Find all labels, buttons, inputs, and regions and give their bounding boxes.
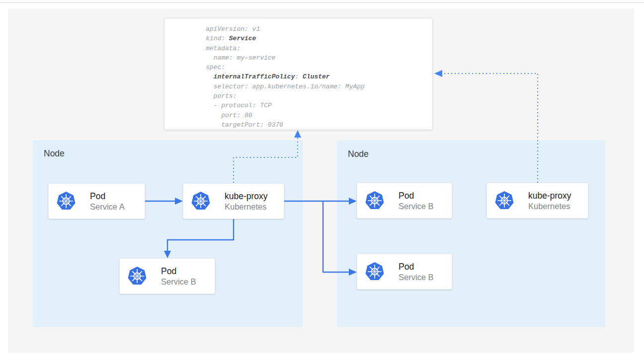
card-kube-proxy-right: kube-proxy Kubernetes bbox=[486, 183, 588, 218]
card-title: Pod bbox=[161, 266, 196, 277]
node-left: Node bbox=[33, 140, 303, 327]
card-subtitle: Service B bbox=[399, 201, 434, 212]
card-pod-service-a: Pod Service A bbox=[48, 183, 145, 219]
card-subtitle: Service A bbox=[90, 202, 125, 212]
card-title: kube-proxy bbox=[225, 191, 268, 202]
top-divider bbox=[0, 2, 644, 3]
node-right-label: Node bbox=[348, 149, 369, 159]
card-title: Pod bbox=[90, 191, 125, 202]
kubernetes-icon bbox=[494, 191, 514, 211]
card-title: Pod bbox=[399, 190, 434, 201]
node-right: Node bbox=[337, 141, 605, 327]
node-left-label: Node bbox=[44, 148, 65, 159]
card-title: Pod bbox=[399, 261, 434, 272]
card-pod-service-b-bottom-right: Pod Service B bbox=[357, 254, 452, 290]
card-kube-proxy-left: kube-proxy Kubernetes bbox=[183, 183, 284, 219]
card-title: kube-proxy bbox=[528, 190, 571, 201]
card-pod-service-b-left: Pod Service B bbox=[119, 258, 215, 294]
kubernetes-icon bbox=[365, 191, 385, 211]
card-subtitle: Service B bbox=[399, 272, 434, 283]
kubernetes-icon bbox=[127, 266, 147, 286]
diagram-canvas: Node Node apiVersion: bbox=[8, 8, 634, 353]
kubernetes-icon bbox=[365, 262, 385, 282]
kubernetes-icon bbox=[56, 191, 76, 211]
service-yaml-panel: apiVersion: v1kind: Servicemetadata: nam… bbox=[164, 18, 433, 130]
kubernetes-icon bbox=[191, 191, 211, 211]
yaml-code: apiVersion: v1kind: Servicemetadata: nam… bbox=[206, 24, 428, 130]
card-subtitle: Service B bbox=[161, 277, 196, 287]
card-subtitle: Kubernetes bbox=[225, 202, 268, 212]
card-subtitle: Kubernetes bbox=[528, 201, 571, 212]
card-pod-service-b-top-right: Pod Service B bbox=[357, 183, 452, 218]
